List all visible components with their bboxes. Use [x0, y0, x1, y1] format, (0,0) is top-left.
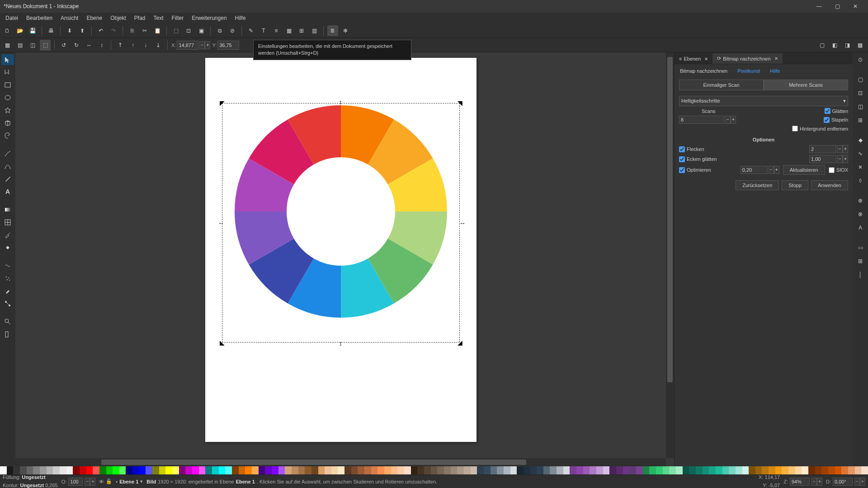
swatch[interactable] [583, 466, 590, 474]
subtab-trace[interactable]: Bitmap nachzeichnen [677, 67, 730, 75]
scrollbar-v[interactable] [666, 52, 674, 458]
swatch[interactable] [788, 466, 795, 474]
swatch[interactable] [861, 466, 868, 474]
clone-icon[interactable]: ⧉ [214, 25, 225, 36]
menu-view[interactable]: Ansicht [57, 14, 82, 23]
opacity-input[interactable] [68, 478, 83, 486]
swatch[interactable] [629, 466, 636, 474]
unlink-icon[interactable]: ⊘ [227, 25, 238, 36]
close-icon[interactable]: ✕ [774, 56, 778, 61]
swatch[interactable] [318, 466, 325, 474]
swatch[interactable] [557, 466, 563, 474]
3dbox-tool[interactable] [1, 117, 14, 128]
x-inc[interactable]: + [205, 41, 210, 49]
swatch[interactable] [762, 466, 769, 474]
snap-edge-icon[interactable]: ⊡ [854, 88, 867, 99]
menu-object[interactable]: Objekt [107, 14, 130, 23]
swatch[interactable] [212, 466, 219, 474]
swatch[interactable] [80, 466, 86, 474]
swatch[interactable] [384, 466, 391, 474]
lock-icon[interactable]: 🔓 [106, 479, 112, 484]
text-tool[interactable]: A [1, 186, 14, 197]
swatch[interactable] [205, 466, 212, 474]
swatch[interactable] [305, 466, 311, 474]
save-icon[interactable]: 💾 [27, 25, 38, 36]
snap-grid-icon[interactable]: ⊞ [854, 256, 867, 267]
swatch[interactable] [146, 466, 152, 474]
close-icon[interactable]: ✕ [704, 56, 708, 61]
swatch[interactable] [576, 466, 583, 474]
cut-icon[interactable]: ✂ [139, 25, 150, 36]
swatch[interactable] [537, 466, 543, 474]
toggle-box-icon[interactable]: ⬚ [40, 40, 51, 51]
swatch[interactable] [358, 466, 364, 474]
handle-e[interactable]: ↔ [459, 221, 464, 225]
swatch[interactable] [477, 466, 484, 474]
snap-mid-icon[interactable]: ⊞ [854, 115, 867, 126]
swatch[interactable] [603, 466, 610, 474]
stop-button[interactable]: Stopp [782, 180, 808, 190]
swatch[interactable] [165, 466, 172, 474]
snap-cusp-icon[interactable]: ◊ [854, 175, 867, 186]
handle-sw[interactable]: ◣ [220, 340, 224, 345]
zoom-input[interactable] [790, 478, 810, 486]
circle-tool[interactable] [1, 92, 14, 103]
swatch[interactable] [47, 466, 53, 474]
swatch[interactable] [172, 466, 179, 474]
handle-w[interactable]: ↔ [218, 221, 222, 225]
swatch[interactable] [437, 466, 444, 474]
raise-icon[interactable]: ↑ [127, 40, 138, 51]
swatch[interactable] [272, 466, 278, 474]
speckles-checkbox[interactable] [679, 146, 685, 152]
tweak-tool[interactable] [1, 260, 14, 271]
swatch[interactable] [431, 466, 438, 474]
swatch[interactable] [13, 466, 20, 474]
rotate-cw-icon[interactable]: ↻ [71, 40, 82, 51]
swatch[interactable] [596, 466, 603, 474]
snap-guide-icon[interactable]: │ [854, 269, 867, 280]
rotate-ccw-icon[interactable]: ↺ [58, 40, 69, 51]
scale-grad-icon[interactable]: ◨ [842, 40, 853, 51]
subtab-pixel[interactable]: Pixelkunst [735, 67, 763, 75]
swatch[interactable] [219, 466, 226, 474]
swatch[interactable] [371, 466, 378, 474]
swatch[interactable] [517, 466, 524, 474]
menu-extensions[interactable]: Erweiterungen [188, 14, 230, 23]
bezier-tool[interactable] [1, 161, 14, 172]
swatch[interactable] [159, 466, 166, 474]
scale-pattern-icon[interactable]: ▩ [854, 40, 865, 51]
redo-icon[interactable]: ↷ [108, 25, 119, 36]
handle-ne[interactable]: ◥ [458, 101, 462, 105]
swatch[interactable] [676, 466, 683, 474]
swatch[interactable] [444, 466, 451, 474]
swatch[interactable] [119, 466, 126, 474]
swatch[interactable] [344, 466, 351, 474]
swatch[interactable] [649, 466, 656, 474]
swatch[interactable] [550, 466, 557, 474]
swatch[interactable] [703, 466, 709, 474]
tab-layers[interactable]: ≡ Ebenen ✕ [675, 54, 712, 64]
rotation-input[interactable] [833, 478, 853, 486]
swatch[interactable] [669, 466, 676, 474]
swatch[interactable] [643, 466, 650, 474]
swatch[interactable] [590, 466, 596, 474]
optimize-input[interactable] [741, 166, 768, 174]
swatch[interactable] [491, 466, 497, 474]
undo-icon[interactable]: ↶ [95, 25, 106, 36]
swatch[interactable] [855, 466, 862, 474]
connector-tool[interactable] [1, 298, 14, 309]
swatch[interactable] [40, 466, 47, 474]
swatch[interactable] [331, 466, 338, 474]
swatch[interactable] [199, 466, 206, 474]
swatch[interactable] [782, 466, 788, 474]
colorwheel-image[interactable] [228, 99, 454, 324]
swatch[interactable] [66, 466, 73, 474]
layers-dialog-icon[interactable]: ≡ [271, 25, 282, 36]
swatch[interactable] [225, 466, 232, 474]
swatch[interactable] [656, 466, 663, 474]
zoom-page-icon[interactable]: ▣ [196, 25, 207, 36]
swatch[interactable] [298, 466, 305, 474]
optimize-checkbox[interactable] [679, 167, 685, 173]
swatch[interactable] [802, 466, 808, 474]
zoom-sel-icon[interactable]: ⬚ [170, 25, 181, 36]
